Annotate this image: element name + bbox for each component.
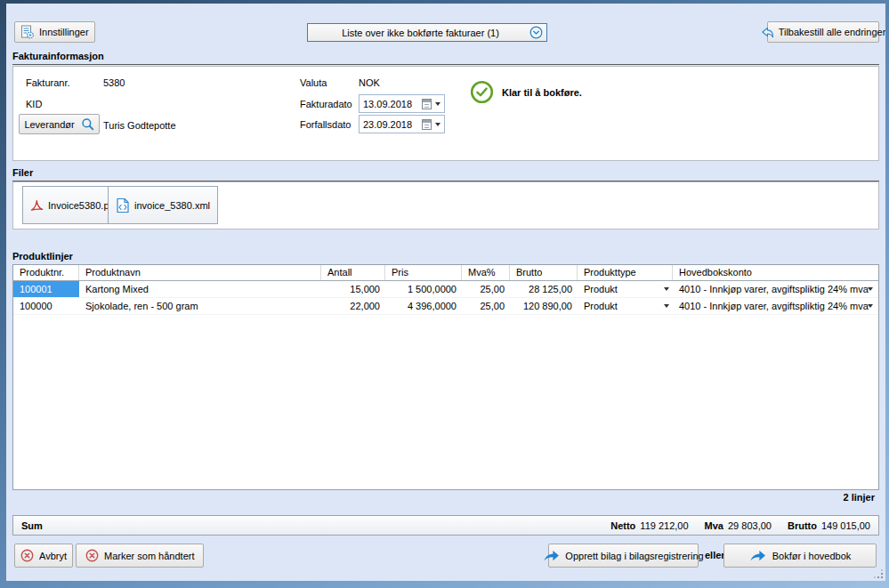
supplier-button-label: Leverandør [24,119,74,130]
invoice-date-field[interactable]: 13.09.2018 [359,94,445,113]
invoice-number-label: Fakturanr. [26,77,70,88]
cell-pris[interactable]: 4 396,0000 [385,298,462,314]
netto-label: Netto [610,520,635,531]
table-row: 100000 Sjokolade, ren - 500 gram 22,000 … [13,298,878,315]
create-voucher-label: Opprett bilag i bilagsregistrering [565,551,703,561]
sum-label: Sum [21,520,43,531]
sum-bar: Sum Netto 119 212,00 Mva 29 803,00 Brutt… [12,515,879,536]
unposted-invoices-dropdown[interactable]: Liste over ikke bokførte fakturaer (1) [307,23,547,42]
line-count: 2 linjer [844,492,875,503]
cell-produktnavn[interactable]: Sjokolade, ren - 500 gram [79,298,321,314]
resize-grip[interactable] [874,569,884,579]
due-date-field[interactable]: 23.09.2018 [359,115,445,133]
mva-value: 29 803,00 [728,520,772,531]
calendar-icon [422,119,432,130]
due-date-label: Forfallsdato [300,119,351,130]
column-header-produkttype[interactable]: Produkttype [578,265,673,280]
app-window: Innstillinger Liste over ikke bokførte f… [0,0,889,588]
column-header-antall[interactable]: Antall [321,265,385,280]
reset-all-changes-label: Tilbakestill alle endringer [779,27,885,37]
cell-pris[interactable]: 1 500,0000 [385,281,462,297]
caret-down-icon[interactable] [868,304,873,308]
reset-all-changes-button[interactable]: Tilbakestill alle endringer [767,21,879,43]
table-row: 100001 Kartong Mixed 15,000 1 500,0000 2… [13,281,878,298]
mark-as-handled-label: Marker som håndtert [104,551,194,561]
invoice-number-value: 5380 [103,77,125,88]
cell-antall[interactable]: 15,000 [321,281,385,297]
cell-hovedbokskonto-value: 4010 - Innkjøp varer, avgiftspliktig 24%… [679,284,869,294]
cell-brutto[interactable]: 120 890,00 [510,298,578,314]
invoice-info-section-title: Fakturainformasjon [12,51,879,65]
blue-arrow-right-icon [543,549,560,562]
cell-hovedbokskonto-dropdown[interactable]: 4010 - Innkjøp varer, avgiftspliktig 24%… [673,298,877,314]
due-date-value: 23.09.2018 [363,119,422,130]
cell-hovedbokskonto-dropdown[interactable]: 4010 - Innkjøp varer, avgiftspliktig 24%… [673,281,877,297]
blue-arrow-right-icon [749,549,766,562]
netto-value: 119 212,00 [640,520,688,531]
settings-icon [20,25,35,39]
file-button-xml[interactable]: invoice_5380.xml [108,186,218,224]
settings-button-label: Innstillinger [39,27,89,37]
calendar-icon [422,99,432,109]
cell-hovedbokskonto-value: 4010 - Innkjøp varer, avgiftspliktig 24%… [679,301,869,311]
cell-produkttype-dropdown[interactable]: Produkt [578,298,673,314]
currency-value: NOK [359,77,380,88]
create-voucher-button[interactable]: Opprett bilag i bilagsregistrering [548,544,699,568]
supplier-name-value: Turis Godtepotte [103,120,176,131]
cell-produktnr[interactable]: 100000 [13,298,79,314]
column-header-produktnavn[interactable]: Produktnavn [79,265,321,280]
cell-antall[interactable]: 22,000 [321,298,385,314]
magnifier-icon [81,117,94,131]
date-dropdown-caret-icon[interactable] [435,102,440,106]
chevron-down-circle-icon [529,26,543,39]
product-lines-section-title: Produktlinjer [12,251,879,265]
cancel-button[interactable]: Avbryt [14,544,73,568]
cell-produktnavn[interactable]: Kartong Mixed [79,281,321,297]
column-header-produktnr[interactable]: Produktnr. [13,265,79,280]
brutto-label: Brutto [788,520,817,531]
column-header-hovedbokskonto[interactable]: Hovedbokskonto [673,265,877,280]
files-section-title: Filer [12,167,879,181]
or-label: eller [705,550,725,560]
xml-file-icon [116,197,130,213]
green-check-circle-icon [470,80,494,104]
invoice-date-label: Fakturadato [300,99,352,109]
caret-down-icon[interactable] [664,287,669,291]
cell-mva[interactable]: 25,00 [462,298,510,314]
files-panel: Invoice5380.pdf invoice_5380.xml [12,181,879,230]
supplier-lookup-button[interactable]: Leverandør [19,114,100,134]
file-name-xml: invoice_5380.xml [134,200,210,211]
caret-down-icon[interactable] [664,304,669,308]
red-x-circle-icon [85,549,99,562]
brutto-value: 149 015,00 [821,520,870,531]
cell-produktnr[interactable]: 100001 [13,281,79,297]
currency-label: Valuta [300,77,327,88]
caret-down-icon[interactable] [868,287,873,291]
cell-mva[interactable]: 25,00 [462,281,510,297]
column-header-pris[interactable]: Pris [385,265,462,280]
table-header-row: Produktnr. Produktnavn Antall Pris Mva% … [13,265,878,281]
mark-as-handled-button[interactable]: Marker som håndtert [76,544,204,568]
settings-button[interactable]: Innstillinger [14,21,95,43]
invoice-info-panel: Fakturanr. 5380 KID Leverandør Turis God… [12,66,879,161]
mva-label: Mva [705,520,723,531]
red-x-circle-icon [20,549,34,562]
ready-status-text: Klar til å bokføre. [502,87,582,98]
cell-brutto[interactable]: 28 125,00 [510,281,578,297]
cell-produkttype-dropdown[interactable]: Produkt [578,281,673,297]
cell-produkttype-value: Produkt [584,284,618,294]
undo-arrow-icon [761,27,774,38]
date-dropdown-caret-icon[interactable] [435,123,440,126]
product-lines-table: Produktnr. Produktnavn Antall Pris Mva% … [12,264,879,490]
post-to-ledger-label: Bokfør i hovedbok [772,551,852,561]
column-header-brutto[interactable]: Brutto [510,265,578,280]
unposted-invoices-dropdown-label: Liste over ikke bokførte fakturaer (1) [311,28,529,38]
cancel-button-label: Avbryt [39,551,67,561]
totals: Netto 119 212,00 Mva 29 803,00 Brutto 14… [610,520,870,531]
ready-status: Klar til å bokføre. [470,80,582,104]
post-to-ledger-button[interactable]: Bokfør i hovedbok [723,544,877,568]
invoice-date-value: 13.09.2018 [363,99,422,109]
column-header-mva[interactable]: Mva% [462,265,510,280]
pdf-file-icon [30,199,44,212]
invoice-inbox-view: Innstillinger Liste over ikke bokførte f… [6,4,885,581]
